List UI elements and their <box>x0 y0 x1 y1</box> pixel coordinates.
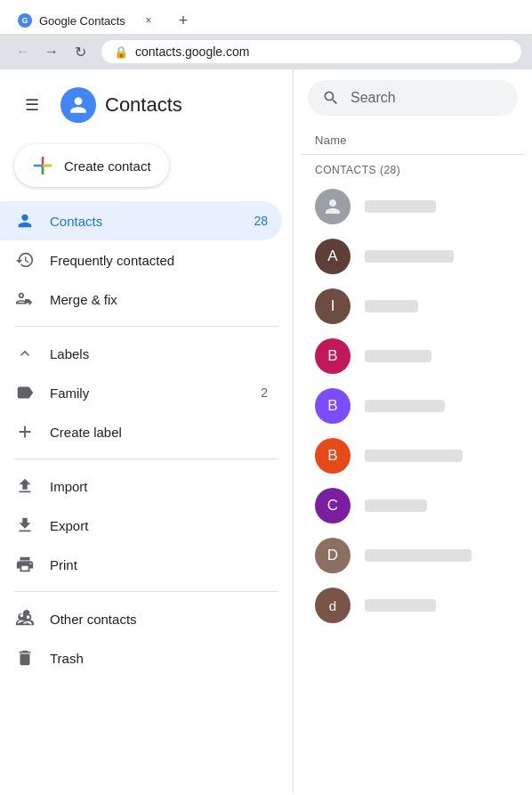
table-row[interactable]: B <box>301 431 525 481</box>
table-row[interactable]: A <box>301 231 525 281</box>
create-contact-section: Create contact <box>0 137 293 201</box>
avatar <box>315 189 351 224</box>
family-label: Family <box>50 385 89 401</box>
contacts-list: Name CONTACTS (28) A I <box>294 126 532 793</box>
export-label: Export <box>50 518 88 533</box>
active-tab[interactable]: G Google Contacts × <box>7 7 167 34</box>
contact-name <box>365 599 436 612</box>
create-contact-button[interactable]: Create contact <box>14 144 169 187</box>
export-icon <box>14 515 36 536</box>
avatar: D <box>315 538 351 573</box>
table-row[interactable]: d <box>301 580 525 630</box>
new-tab-button[interactable]: + <box>171 8 196 33</box>
other-contacts-label: Other contacts <box>50 612 137 627</box>
other-contacts-icon <box>14 608 36 629</box>
sidebar-item-trash[interactable]: Trash <box>0 638 282 677</box>
contact-name <box>365 350 431 362</box>
contacts-label: Contacts <box>50 214 102 229</box>
print-icon <box>14 554 36 575</box>
tab-favicon: G <box>18 13 32 28</box>
sidebar-item-create-label[interactable]: Create label <box>0 412 282 451</box>
avatar: A <box>315 239 351 274</box>
contact-name <box>365 549 472 562</box>
address-bar: ← → ↻ 🔒 contacts.google.com <box>0 34 532 69</box>
table-row[interactable]: D <box>301 531 525 580</box>
search-input[interactable] <box>351 90 528 106</box>
url-text: contacts.google.com <box>135 45 249 59</box>
create-contact-label: Create contact <box>64 158 151 174</box>
main-content: Name CONTACTS (28) A I <box>294 69 532 793</box>
contacts-badge: 28 <box>254 214 268 228</box>
avatar: C <box>315 488 351 523</box>
url-bar[interactable]: 🔒 contacts.google.com <box>101 40 521 63</box>
forward-button[interactable]: → <box>39 39 64 64</box>
sidebar: ☰ Contacts <box>0 69 294 793</box>
contacts-count: CONTACTS (28) <box>301 158 525 182</box>
sidebar-item-merge[interactable]: Merge & fix <box>0 280 282 319</box>
table-row[interactable]: B <box>301 381 525 431</box>
labels-section-header[interactable]: Labels <box>0 334 293 373</box>
import-label: Import <box>50 479 88 494</box>
import-icon <box>14 475 36 497</box>
sidebar-item-other-contacts[interactable]: Other contacts <box>0 599 282 638</box>
avatar: B <box>315 388 351 424</box>
contact-name <box>365 250 454 263</box>
sidebar-header: ☰ Contacts <box>0 80 293 137</box>
app-container: ☰ Contacts <box>0 69 532 793</box>
table-row[interactable]: B <box>301 331 525 381</box>
sidebar-item-contacts[interactable]: Contacts 28 <box>0 201 282 240</box>
family-badge: 2 <box>261 385 268 400</box>
refresh-button[interactable]: ↻ <box>68 39 93 64</box>
print-label: Print <box>50 557 77 572</box>
sidebar-item-frequently[interactable]: Frequently contacted <box>0 240 282 280</box>
labels-heading: Labels <box>50 346 89 361</box>
tab-close-button[interactable]: × <box>141 12 157 28</box>
sidebar-item-import[interactable]: Import <box>0 466 282 506</box>
app-logo: Contacts <box>60 87 182 123</box>
create-label-text: Create label <box>50 425 122 440</box>
plus-colored-icon <box>32 155 53 176</box>
tab-title: Google Contacts <box>39 14 125 28</box>
contacts-icon <box>14 210 36 231</box>
divider-2 <box>14 458 278 459</box>
search-bar <box>308 80 518 116</box>
label-icon <box>14 382 36 403</box>
merge-icon <box>14 288 36 310</box>
app-title: Contacts <box>105 93 182 117</box>
merge-label: Merge & fix <box>50 292 117 307</box>
frequently-label: Frequently contacted <box>50 253 174 268</box>
contact-name <box>365 200 436 213</box>
collapse-icon <box>14 343 36 364</box>
contact-name <box>365 400 445 412</box>
tab-bar: G Google Contacts × + <box>0 0 532 34</box>
menu-button[interactable]: ☰ <box>14 87 50 123</box>
hamburger-icon: ☰ <box>25 95 39 115</box>
back-button[interactable]: ← <box>11 39 36 64</box>
divider-1 <box>14 326 278 327</box>
sidebar-item-family[interactable]: Family 2 <box>0 373 282 412</box>
table-row[interactable]: C <box>301 481 525 531</box>
nav-buttons: ← → ↻ <box>11 39 93 64</box>
avatar: d <box>315 588 351 623</box>
trash-label: Trash <box>50 651 84 666</box>
divider-3 <box>14 591 278 592</box>
contact-name <box>365 300 418 312</box>
sidebar-item-print[interactable]: Print <box>0 545 282 584</box>
create-label-icon <box>14 421 36 442</box>
contacts-list-header: Name <box>301 126 525 155</box>
trash-icon <box>14 647 36 669</box>
browser-chrome: G Google Contacts × + ← → ↻ 🔒 contacts.g… <box>0 0 532 69</box>
search-icon <box>322 89 340 107</box>
app-logo-icon <box>60 87 96 123</box>
sidebar-item-export[interactable]: Export <box>0 506 282 545</box>
contact-name <box>365 450 463 462</box>
avatar: I <box>315 288 351 324</box>
history-icon <box>14 249 36 271</box>
table-row[interactable]: I <box>301 281 525 331</box>
table-row[interactable] <box>301 182 525 231</box>
avatar: B <box>315 438 351 474</box>
lock-icon: 🔒 <box>114 45 128 59</box>
contact-name <box>365 499 427 512</box>
name-column-header: Name <box>315 134 347 147</box>
avatar: B <box>315 338 351 374</box>
